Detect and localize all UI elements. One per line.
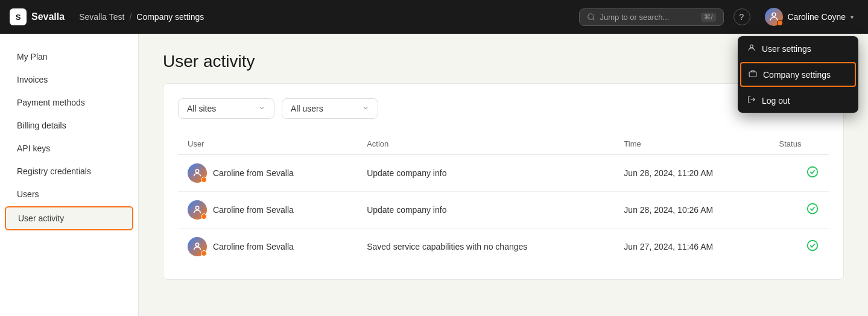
- dropdown-user-settings-label: User settings: [762, 44, 811, 54]
- svg-point-6: [808, 166, 818, 177]
- logout-icon: [747, 95, 756, 106]
- action-cell: Update company info: [357, 155, 614, 192]
- sites-filter-chevron: [258, 104, 265, 113]
- time-cell: Jun 28, 2024, 10:26 AM: [614, 192, 769, 229]
- user-menu-trigger[interactable]: Caroline Coyne ▾: [760, 5, 859, 28]
- users-filter-label: All users: [291, 104, 323, 113]
- dropdown-company-settings-label: Company settings: [763, 70, 831, 80]
- breadcrumb-separator: /: [129, 12, 131, 22]
- logo-label: Sevalla: [31, 11, 65, 22]
- svg-point-0: [588, 14, 593, 19]
- search-bar[interactable]: Jump to or search... ⌘/: [579, 8, 724, 26]
- action-cell: Saved service capabilities with no chang…: [357, 229, 614, 265]
- user-cell: Caroline from Sevalla: [188, 163, 347, 183]
- dropdown-item-company-settings[interactable]: Company settings: [740, 62, 856, 87]
- app-header: S Sevalla Sevalla Test / Company setting…: [0, 0, 868, 34]
- status-ok-icon: [806, 168, 819, 181]
- svg-point-2: [750, 45, 753, 48]
- svg-point-10: [808, 240, 818, 250]
- dropdown-logout-label: Log out: [762, 96, 790, 106]
- logo[interactable]: S Sevalla: [10, 8, 65, 25]
- svg-point-5: [195, 169, 198, 172]
- user-cell: Caroline from Sevalla: [188, 237, 347, 256]
- status-cell: [770, 229, 829, 265]
- table-row: Caroline from Sevalla Update company inf…: [178, 155, 829, 192]
- svg-point-9: [195, 243, 198, 246]
- status-cell: [770, 155, 829, 192]
- svg-rect-3: [749, 72, 756, 77]
- col-status: Status: [770, 133, 829, 155]
- table-row: Caroline from Sevalla Update company inf…: [178, 192, 829, 229]
- user-name: Caroline Coyne: [788, 12, 846, 22]
- user-cell: Caroline from Sevalla: [188, 200, 347, 220]
- user-avatar: [765, 8, 783, 26]
- svg-point-7: [195, 206, 198, 209]
- user-avatar: [188, 237, 207, 256]
- breadcrumb-site[interactable]: Sevalla Test: [79, 12, 124, 22]
- dropdown-item-user-settings[interactable]: User settings: [738, 36, 858, 61]
- col-user: User: [178, 133, 357, 155]
- sidebar-item-registry-credentials[interactable]: Registry credentials: [5, 160, 133, 182]
- chevron-down-icon: ▾: [851, 14, 854, 21]
- breadcrumb-current: Company settings: [136, 12, 204, 22]
- logo-icon: S: [10, 8, 27, 25]
- user-name-cell: Caroline from Sevalla: [213, 242, 294, 251]
- search-placeholder: Jump to or search...: [600, 13, 670, 22]
- svg-point-8: [808, 203, 818, 213]
- sidebar-item-payment-methods[interactable]: Payment methods: [5, 92, 133, 113]
- sidebar-item-billing-details[interactable]: Billing details: [5, 115, 133, 136]
- sidebar-item-api-keys[interactable]: API keys: [5, 137, 133, 159]
- activity-table: User Action Time Status Caroline from Se…: [178, 133, 829, 265]
- sites-filter-label: All sites: [187, 104, 216, 113]
- time-cell: Jun 28, 2024, 11:20 AM: [614, 155, 769, 192]
- dropdown-item-logout[interactable]: Log out: [738, 88, 858, 113]
- company-settings-icon: [749, 69, 757, 80]
- search-icon: [587, 13, 595, 21]
- user-avatar: [188, 200, 207, 220]
- table-row: Caroline from Sevalla Saved service capa…: [178, 229, 829, 265]
- action-cell: Update company info: [357, 192, 614, 229]
- sidebar-item-user-activity[interactable]: User activity: [5, 206, 133, 230]
- time-cell: Jun 27, 2024, 11:46 AM: [614, 229, 769, 265]
- col-time: Time: [614, 133, 769, 155]
- user-name-cell: Caroline from Sevalla: [213, 205, 294, 215]
- users-filter[interactable]: All users: [282, 98, 378, 119]
- sidebar: My Plan Invoices Payment methods Billing…: [0, 34, 139, 316]
- status-ok-icon: [806, 241, 819, 254]
- users-filter-chevron: [362, 104, 369, 113]
- col-action: Action: [357, 133, 614, 155]
- filters: All sites All users: [178, 98, 829, 119]
- help-button[interactable]: ?: [733, 8, 750, 25]
- breadcrumb: Sevalla Test / Company settings: [79, 12, 204, 22]
- sidebar-item-my-plan[interactable]: My Plan: [5, 46, 133, 68]
- sidebar-item-invoices[interactable]: Invoices: [5, 69, 133, 90]
- search-shortcut: ⌘/: [701, 13, 715, 22]
- sidebar-item-users[interactable]: Users: [5, 183, 133, 205]
- user-settings-icon: [747, 43, 756, 54]
- svg-point-1: [772, 13, 776, 16]
- user-dropdown-menu: User settings Company settings Log out: [738, 36, 858, 113]
- status-cell: [770, 192, 829, 229]
- user-avatar: [188, 163, 207, 183]
- sites-filter[interactable]: All sites: [178, 98, 274, 119]
- user-name-cell: Caroline from Sevalla: [213, 168, 294, 178]
- status-ok-icon: [806, 204, 819, 218]
